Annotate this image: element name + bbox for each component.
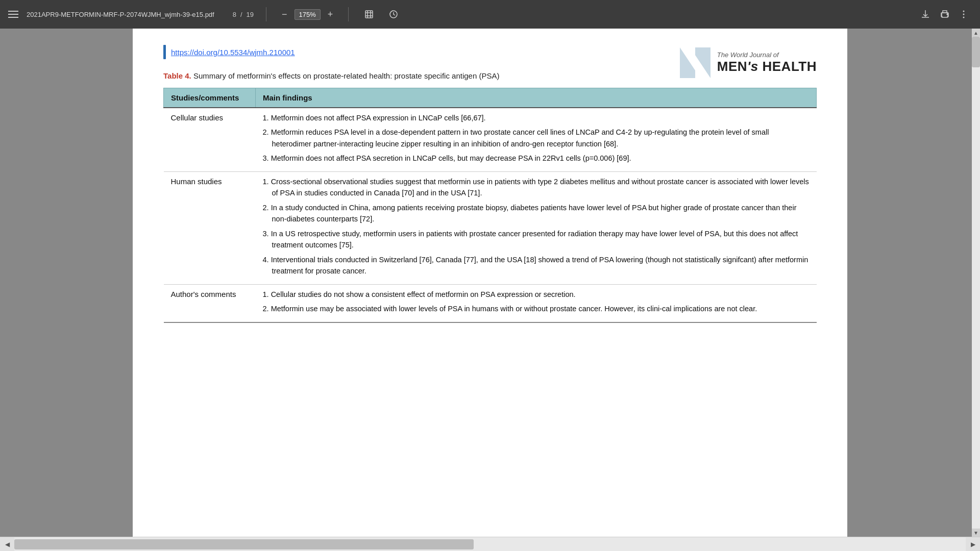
zoom-increase-button[interactable]: + [325,7,336,22]
scroll-left-button[interactable]: ◀ [0,537,14,552]
history-button[interactable] [385,7,402,21]
divider [266,7,266,21]
right-scroll-track [972,37,980,529]
more-options-button[interactable] [955,7,972,21]
divider2 [348,7,349,21]
zoom-value: 175% [295,9,321,20]
print-button[interactable] [936,7,953,22]
pdf-page: https://doi.org/10.5534/wjmh.210001 The … [133,29,847,537]
findings-list-cellular: Metformin does not affect PSA expression… [263,112,810,164]
table-row: Human studies Cross-sectional observatio… [164,171,817,284]
hamburger-menu[interactable] [8,11,18,18]
list-item: Cross-sectional observational studies su… [263,176,810,199]
list-item: In a US retrospective study, metformin u… [263,228,810,251]
list-item: Metformin does not affect PSA expression… [263,112,810,123]
category-cellular: Cellular studies [164,108,256,171]
list-item: Cellular studies do not show a consisten… [263,289,810,300]
doi-link[interactable]: https://doi.org/10.5534/wjmh.210001 [171,48,295,57]
table-row: Author's comments Cellular studies do no… [164,284,817,322]
main-table: Studies/comments Main findings Cellular … [163,88,817,323]
list-item: Metformin use may be associated with low… [263,303,810,314]
list-item: Interventional trials conducted in Switz… [263,254,810,277]
findings-human: Cross-sectional observational studies su… [256,171,817,284]
page-current: 8 [233,11,236,18]
svg-rect-0 [365,11,373,18]
page-total: 19 [247,11,254,18]
zoom-controls: − 175% + [279,7,336,22]
scroll-right-button[interactable]: ▶ [966,537,980,552]
toolbar-right [917,7,972,22]
fit-page-button[interactable] [361,7,377,21]
header-studies: Studies/comments [164,88,256,108]
list-item: Metformin does not affect PSA secretion … [263,153,810,164]
findings-list-human: Cross-sectional observational studies su… [263,176,810,277]
url-accent-bar [163,45,166,59]
svg-point-5 [963,14,965,15]
journal-logo-text: The World Journal of MEN's HEALTH [717,51,817,75]
table-desc: Summary of metformin's effects on prosta… [191,71,500,80]
page-separator: / [240,11,242,18]
zoom-decrease-button[interactable]: − [279,7,290,22]
findings-list-author: Cellular studies do not show a consisten… [263,289,810,315]
scroll-track [14,537,966,551]
scroll-up-button[interactable]: ▲ [972,29,980,37]
findings-author: Cellular studies do not show a consisten… [256,284,817,322]
scroll-thumb[interactable] [14,539,474,549]
filename-label: 2021APR9-METFORMIN-MRF-P-2074WJMH_wjmh-3… [27,11,214,18]
journal-small-text: The World Journal of [717,51,817,59]
scroll-down-button[interactable]: ▼ [972,529,980,537]
page-nav: 8 / 19 [233,11,254,18]
right-scrollbar: ▲ ▼ [972,29,980,537]
list-item: In a study conducted in China, among pat… [263,202,810,225]
right-scroll-thumb[interactable] [972,37,980,67]
download-button[interactable] [917,7,934,22]
table-label: Table 4. [163,71,191,80]
svg-point-3 [947,14,948,15]
svg-point-6 [963,17,965,18]
journal-logo: The World Journal of MEN's HEALTH [677,45,817,81]
findings-cellular: Metformin does not affect PSA expression… [256,108,817,171]
svg-point-4 [963,11,965,12]
category-human: Human studies [164,171,256,284]
category-author: Author's comments [164,284,256,322]
table-row: Cellular studies Metformin does not affe… [164,108,817,171]
table-header-row: Studies/comments Main findings [164,88,817,108]
toolbar: 2021APR9-METFORMIN-MRF-P-2074WJMH_wjmh-3… [0,0,980,29]
bottom-scrollbar: ◀ ▶ [0,537,980,551]
header-findings: Main findings [256,88,817,108]
list-item: Metformin reduces PSA level in a dose-de… [263,127,810,149]
journal-big-text: MEN's HEALTH [717,59,817,74]
journal-logo-icon [677,45,713,81]
content-area: https://doi.org/10.5534/wjmh.210001 The … [0,29,980,537]
